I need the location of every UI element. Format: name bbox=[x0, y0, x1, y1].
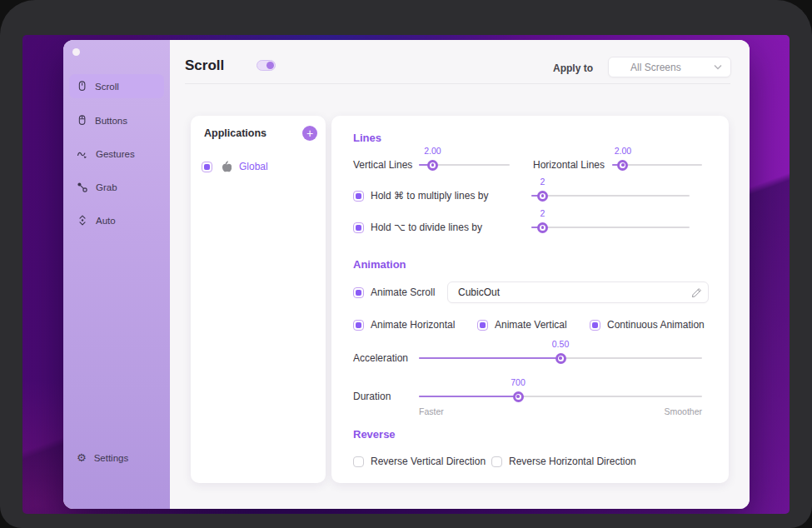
duration-min-label: Faster bbox=[419, 406, 444, 416]
animate-scroll-checkbox[interactable] bbox=[353, 287, 364, 298]
acceleration-label: Acceleration bbox=[353, 350, 408, 366]
duration-max-label: Smoother bbox=[664, 406, 702, 416]
animate-horizontal-label: Animate Horizontal bbox=[371, 319, 455, 331]
divide-lines-checkbox[interactable] bbox=[353, 222, 364, 233]
sidebar-item-label: Grab bbox=[96, 182, 117, 192]
chevron-down-icon bbox=[714, 64, 722, 70]
apple-icon bbox=[220, 160, 232, 173]
scroll-settings-panel: Lines Vertical Lines 2.00 Horizontal Lin… bbox=[331, 116, 729, 483]
auto-icon bbox=[77, 214, 88, 227]
vertical-lines-slider[interactable]: 2.00 bbox=[419, 157, 510, 173]
lines-section-header: Lines bbox=[353, 132, 381, 144]
gear-icon: ⚙ bbox=[77, 451, 87, 464]
sidebar-item-label: Scroll bbox=[95, 82, 119, 92]
animation-section-header: Animation bbox=[353, 258, 406, 271]
gesture-icon bbox=[77, 148, 88, 160]
window-close-button[interactable] bbox=[72, 48, 80, 56]
multiply-lines-slider[interactable]: 2 bbox=[531, 187, 690, 204]
apply-to-label: Apply to bbox=[170, 62, 593, 74]
application-checkbox[interactable] bbox=[202, 162, 212, 172]
animate-horizontal-option[interactable]: Animate Horizontal bbox=[353, 316, 455, 333]
application-list-item[interactable]: Global bbox=[202, 160, 268, 173]
reverse-horizontal-checkbox[interactable] bbox=[491, 456, 502, 467]
reverse-vertical-label: Reverse Vertical Direction bbox=[371, 456, 486, 467]
sidebar-item-gestures[interactable]: Gestures bbox=[69, 142, 164, 166]
multiply-lines-option[interactable]: Hold ⌘ to multiply lines by bbox=[353, 187, 488, 204]
reverse-horizontal-label: Reverse Horizontal Direction bbox=[509, 456, 636, 467]
sidebar-item-label: Auto bbox=[96, 216, 116, 226]
vertical-lines-label: Vertical Lines bbox=[353, 157, 412, 173]
animate-scroll-label: Animate Scroll bbox=[371, 286, 435, 298]
slider-value: 700 bbox=[511, 377, 526, 387]
animate-scroll-option[interactable]: Animate Scroll bbox=[353, 284, 435, 301]
sidebar-item-label: Settings bbox=[94, 453, 129, 463]
slider-thumb[interactable] bbox=[540, 225, 545, 231]
divide-lines-slider[interactable]: 2 bbox=[531, 219, 690, 236]
sidebar-item-label: Buttons bbox=[95, 116, 127, 126]
reverse-section-header: Reverse bbox=[353, 428, 396, 441]
divide-lines-option[interactable]: Hold ⌥ to divide lines by bbox=[353, 219, 482, 236]
screen-select-dropdown[interactable]: All Screens bbox=[608, 57, 731, 77]
continuous-animation-checkbox[interactable] bbox=[590, 320, 600, 331]
sidebar-item-settings[interactable]: ⚙ Settings bbox=[77, 451, 128, 464]
header-divider bbox=[185, 83, 730, 84]
sidebar: Scroll Buttons Gestures bbox=[63, 40, 170, 509]
reverse-vertical-checkbox[interactable] bbox=[353, 456, 364, 467]
slider-thumb[interactable] bbox=[540, 193, 545, 199]
mouse-buttons-icon bbox=[77, 114, 87, 127]
slider-thumb[interactable] bbox=[430, 162, 436, 168]
reverse-horizontal-option[interactable]: Reverse Horizontal Direction bbox=[491, 453, 636, 470]
animate-vertical-checkbox[interactable] bbox=[477, 320, 488, 331]
slider-value: 2 bbox=[540, 177, 545, 187]
grab-icon bbox=[77, 182, 88, 193]
multiply-lines-checkbox[interactable] bbox=[353, 191, 364, 202]
desktop-wallpaper: Scroll Buttons Gestures bbox=[22, 35, 790, 514]
pencil-icon[interactable] bbox=[691, 287, 702, 298]
screen-select-value: All Screens bbox=[630, 62, 681, 73]
slider-value: 2 bbox=[540, 208, 545, 218]
slider-value: 0.50 bbox=[552, 339, 569, 349]
duration-slider[interactable]: 700 Faster Smoother bbox=[419, 388, 702, 405]
continuous-animation-label: Continuous Animation bbox=[607, 319, 705, 331]
easing-function-input[interactable] bbox=[447, 281, 709, 303]
slider-thumb[interactable] bbox=[516, 394, 521, 400]
slider-thumb[interactable] bbox=[620, 162, 625, 168]
acceleration-slider[interactable]: 0.50 bbox=[419, 350, 702, 366]
slider-thumb[interactable] bbox=[558, 356, 564, 361]
horizontal-lines-slider[interactable]: 2.00 bbox=[612, 157, 702, 173]
slider-value: 2.00 bbox=[424, 146, 441, 156]
sidebar-item-auto[interactable]: Auto bbox=[69, 208, 164, 232]
continuous-animation-option[interactable]: Continuous Animation bbox=[590, 316, 705, 333]
duration-label: Duration bbox=[353, 388, 391, 405]
applications-title: Applications bbox=[204, 127, 267, 139]
animate-horizontal-checkbox[interactable] bbox=[353, 320, 364, 331]
animate-vertical-label: Animate Vertical bbox=[495, 319, 567, 331]
device-bezel: Scroll Buttons Gestures bbox=[0, 0, 812, 528]
animate-vertical-option[interactable]: Animate Vertical bbox=[477, 316, 567, 333]
main-content: Scroll Apply to All Screens Applications… bbox=[170, 40, 750, 509]
multiply-lines-label: Hold ⌘ to multiply lines by bbox=[371, 190, 488, 202]
sidebar-item-buttons[interactable]: Buttons bbox=[69, 108, 164, 132]
reverse-vertical-option[interactable]: Reverse Vertical Direction bbox=[353, 453, 486, 470]
divide-lines-label: Hold ⌥ to divide lines by bbox=[371, 222, 482, 233]
add-application-button[interactable]: + bbox=[302, 126, 317, 141]
app-window: Scroll Buttons Gestures bbox=[63, 40, 750, 509]
application-label: Global bbox=[239, 161, 268, 172]
applications-panel: Applications + Global bbox=[191, 116, 326, 483]
sidebar-item-grab[interactable]: Grab bbox=[69, 175, 164, 199]
horizontal-lines-label: Horizontal Lines bbox=[533, 157, 605, 173]
sidebar-item-scroll[interactable]: Scroll bbox=[69, 74, 164, 98]
mouse-scroll-icon bbox=[77, 80, 87, 92]
slider-value: 2.00 bbox=[615, 146, 631, 156]
sidebar-item-label: Gestures bbox=[96, 149, 135, 159]
